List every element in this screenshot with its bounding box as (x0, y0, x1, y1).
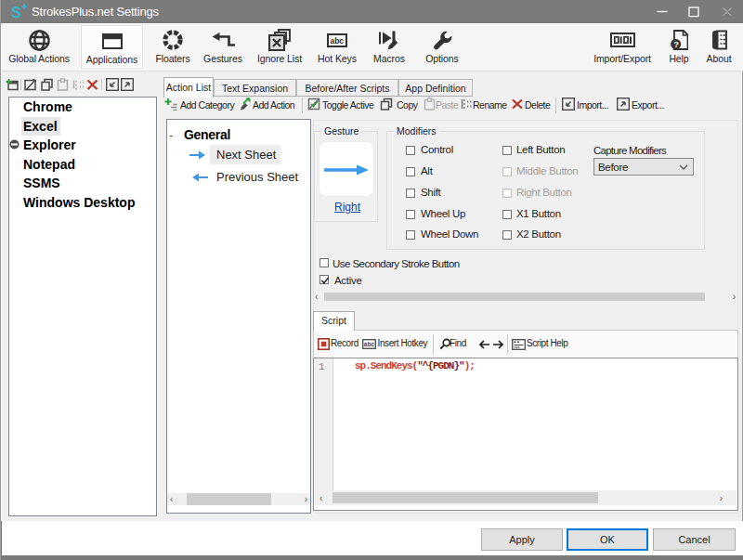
svg-text:abc: abc (364, 341, 375, 347)
svg-text:S: S (11, 5, 21, 20)
svg-text:?: ? (673, 39, 679, 49)
svg-text:abc: abc (331, 36, 345, 46)
